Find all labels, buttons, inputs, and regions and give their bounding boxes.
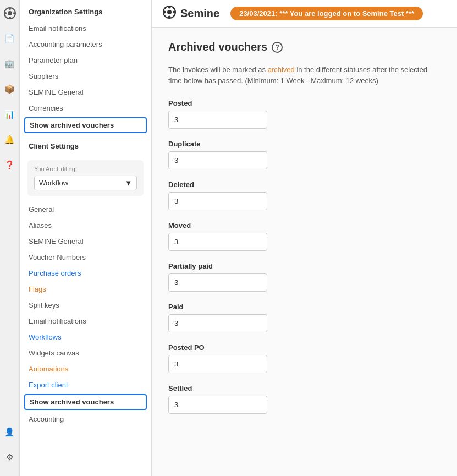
- sidebar-item-export-client[interactable]: Export client: [20, 377, 151, 393]
- svg-point-1: [8, 11, 12, 15]
- editing-value: Workflow: [39, 179, 68, 187]
- sidebar-item-automations[interactable]: Automations: [20, 361, 151, 377]
- highlight-text: archived: [268, 65, 295, 74]
- field-partially-paid: Partially paid: [168, 262, 441, 292]
- svg-point-4: [9, 17, 11, 19]
- nav-help-icon[interactable]: ❓: [2, 157, 18, 173]
- svg-point-15: [164, 15, 166, 17]
- icon-rail-bottom: 👤 ⚙: [2, 424, 18, 476]
- header: Semine 23/03/2021: *** You are logged on…: [152, 0, 457, 28]
- sidebar-item-email-notifications[interactable]: Email notifications: [20, 20, 151, 36]
- chevron-down-icon: ▼: [125, 179, 132, 187]
- page-title-container: Archived vouchers ?: [168, 41, 441, 53]
- sidebar-item-widgets-canvas[interactable]: Widgets canvas: [20, 345, 151, 361]
- field-moved: Moved: [168, 221, 441, 251]
- logo-icon: [163, 6, 176, 21]
- nav-settings-icon[interactable]: ⚙: [2, 450, 18, 465]
- description: The invoices will be marked as archived …: [168, 64, 441, 86]
- field-input-posted-po[interactable]: [168, 355, 267, 373]
- nav-logo-icon[interactable]: [2, 6, 18, 21]
- help-icon[interactable]: ?: [272, 42, 283, 53]
- sidebar-item-semine-general-org[interactable]: SEMINE General: [20, 84, 151, 100]
- svg-point-10: [168, 16, 171, 19]
- svg-point-11: [163, 11, 166, 14]
- sidebar-item-currencies[interactable]: Currencies: [20, 100, 151, 116]
- svg-point-7: [167, 10, 172, 14]
- logo-text: Semine: [180, 7, 219, 20]
- sidebar-item-show-archived-org[interactable]: Show archived vouchers: [24, 117, 147, 133]
- sidebar-item-accounting[interactable]: Accounting: [20, 411, 151, 427]
- sidebar-item-aliases[interactable]: Aliases: [20, 217, 151, 233]
- nav-package-icon[interactable]: 📦: [2, 81, 18, 97]
- org-section-title: Organization Settings: [20, 0, 151, 20]
- field-input-deleted[interactable]: [168, 192, 267, 210]
- field-posted: Posted: [168, 99, 441, 129]
- field-paid: Paid: [168, 303, 441, 332]
- sidebar-item-accounting-parameters[interactable]: Accounting parameters: [20, 36, 151, 52]
- sidebar-item-parameter-plan[interactable]: Parameter plan: [20, 52, 151, 68]
- sidebar-item-email-notifications-client[interactable]: Email notifications: [20, 313, 151, 329]
- nav-chart-icon[interactable]: 📊: [2, 107, 18, 122]
- field-input-duplicate[interactable]: [168, 151, 267, 169]
- field-label-moved: Moved: [168, 221, 441, 229]
- sidebar-item-general[interactable]: General: [20, 201, 151, 217]
- sidebar-item-show-archived-client[interactable]: Show archived vouchers: [24, 394, 147, 410]
- field-label-settled: Settled: [168, 384, 441, 392]
- sidebar-item-workflows[interactable]: Workflows: [20, 329, 151, 345]
- svg-point-12: [173, 7, 174, 9]
- sidebar-item-split-keys[interactable]: Split keys: [20, 297, 151, 313]
- svg-point-13: [164, 7, 166, 9]
- field-label-posted-po: Posted PO: [168, 343, 441, 352]
- svg-point-8: [168, 6, 171, 9]
- svg-point-2: [9, 8, 11, 10]
- sidebar-item-voucher-numbers[interactable]: Voucher Numbers: [20, 249, 151, 265]
- field-label-paid: Paid: [168, 303, 441, 311]
- editing-box: You Are Editing: Workflow ▼: [27, 160, 144, 196]
- page-title: Archived vouchers: [168, 41, 267, 53]
- sidebar-item-purchase-orders[interactable]: Purchase orders: [20, 265, 151, 281]
- field-label-duplicate: Duplicate: [168, 140, 441, 148]
- field-input-partially-paid[interactable]: [168, 273, 267, 292]
- field-input-moved[interactable]: [168, 233, 267, 251]
- svg-point-9: [173, 11, 176, 14]
- field-input-settled[interactable]: [168, 396, 267, 414]
- sidebar: Organization Settings Email notification…: [20, 0, 152, 476]
- editing-dropdown[interactable]: Workflow ▼: [34, 176, 137, 190]
- sidebar-item-flags[interactable]: Flags: [20, 281, 151, 297]
- field-duplicate: Duplicate: [168, 140, 441, 169]
- editing-label: You Are Editing:: [34, 166, 137, 172]
- field-input-posted[interactable]: [168, 111, 267, 129]
- nav-building-icon[interactable]: 🏢: [2, 56, 18, 72]
- icon-rail: 📄 🏢 📦 📊 🔔 ❓ 👤 ⚙: [0, 0, 20, 476]
- notification-badge: 23/03/2021: *** You are logged on to Sem…: [230, 7, 423, 20]
- field-settled: Settled: [168, 384, 441, 414]
- svg-point-5: [4, 12, 7, 14]
- svg-point-3: [13, 12, 15, 14]
- content-area: Archived vouchers ? The invoices will be…: [152, 28, 457, 476]
- sidebar-item-semine-general-client[interactable]: SEMINE General: [20, 233, 151, 249]
- sidebar-item-suppliers[interactable]: Suppliers: [20, 68, 151, 84]
- field-label-partially-paid: Partially paid: [168, 262, 441, 270]
- logo: Semine: [163, 6, 219, 21]
- nav-notification-icon[interactable]: 🔔: [2, 132, 18, 147]
- field-label-deleted: Deleted: [168, 180, 441, 189]
- field-label-posted: Posted: [168, 99, 441, 107]
- field-input-paid[interactable]: [168, 314, 267, 332]
- svg-point-14: [173, 15, 174, 17]
- nav-user-icon[interactable]: 👤: [2, 424, 18, 440]
- main: Semine 23/03/2021: *** You are logged on…: [152, 0, 457, 476]
- nav-document-icon[interactable]: 📄: [2, 31, 18, 46]
- field-posted-po: Posted PO: [168, 343, 441, 373]
- field-deleted: Deleted: [168, 180, 441, 210]
- client-section-title: Client Settings: [20, 134, 151, 155]
